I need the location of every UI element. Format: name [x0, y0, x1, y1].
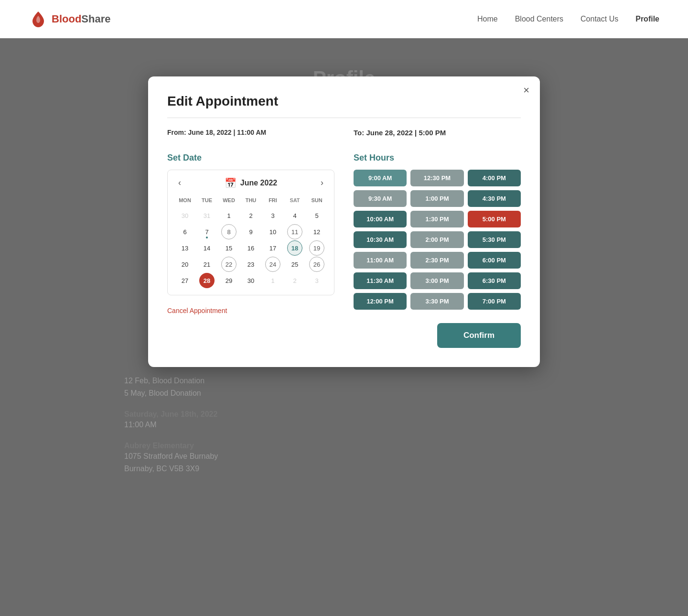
time-slot-1-30-PM[interactable]: 1:30 PM	[410, 211, 463, 227]
time-slot-9-30-AM[interactable]: 9:30 AM	[354, 190, 407, 207]
cal-day[interactable]: 1	[265, 273, 280, 288]
dow-fri: FRI	[262, 195, 283, 207]
cal-day[interactable]: 12	[309, 224, 324, 239]
cal-day[interactable]: 20	[177, 257, 193, 272]
cal-day[interactable]: 2	[243, 208, 258, 223]
dow-mon: MON	[174, 195, 195, 207]
cal-day[interactable]: 17	[265, 240, 280, 256]
nav-blood-centers[interactable]: Blood Centers	[515, 15, 563, 23]
right-column: Set Hours 9:00 AM12:30 PM4:00 PM9:30 AM1…	[354, 153, 521, 348]
time-slot-10-00-AM[interactable]: 10:00 AM	[354, 211, 407, 227]
cal-day[interactable]: 2	[287, 273, 302, 288]
nav-contact-us[interactable]: Contact Us	[580, 15, 618, 23]
cal-day-18-from[interactable]: 18	[287, 240, 302, 256]
time-slot-9-00-AM[interactable]: 9:00 AM	[354, 170, 407, 186]
next-month-button[interactable]: ›	[317, 177, 327, 189]
nav-profile[interactable]: Profile	[635, 15, 659, 23]
cal-day[interactable]: 24	[265, 257, 280, 272]
cal-day[interactable]: 3	[309, 273, 324, 288]
modal-close-button[interactable]: ×	[523, 85, 529, 96]
confirm-button[interactable]: Confirm	[437, 323, 521, 348]
calendar: ‹ 📅 June 2022 › MON TUE WED	[167, 170, 334, 295]
to-label: To: June 28, 2022 | 5:00 PM	[354, 129, 521, 137]
cal-day[interactable]: 21	[199, 257, 215, 272]
set-hours-heading: Set Hours	[354, 153, 521, 163]
from-label: From: June 18, 2022 | 11:00 AM	[167, 129, 334, 137]
time-slot-6-00-PM[interactable]: 6:00 PM	[468, 252, 521, 269]
month-title: 📅 June 2022	[225, 177, 277, 189]
time-slot-12-00-PM[interactable]: 12:00 PM	[354, 293, 407, 310]
cal-day[interactable]: 15	[221, 240, 236, 256]
cal-day-28-to[interactable]: 28	[199, 273, 215, 288]
time-slot-3-00-PM[interactable]: 3:00 PM	[410, 272, 463, 289]
cal-day[interactable]: 3	[265, 208, 280, 223]
time-slot-4-30-PM[interactable]: 4:30 PM	[468, 190, 521, 207]
time-slot-12-30-PM[interactable]: 12:30 PM	[410, 170, 463, 186]
dow-sun: SUN	[306, 195, 327, 207]
cal-day[interactable]: 9	[243, 224, 258, 239]
left-column: Set Date ‹ 📅 June 2022 ›	[167, 153, 334, 348]
cal-day[interactable]: 11	[287, 224, 302, 239]
dow-thu: THU	[240, 195, 261, 207]
time-slot-10-30-AM[interactable]: 10:30 AM	[354, 231, 407, 248]
cal-day[interactable]: 10	[265, 224, 280, 239]
time-slot-1-00-PM[interactable]: 1:00 PM	[410, 190, 463, 207]
logo: BloodShare	[29, 10, 110, 29]
cal-day[interactable]: 16	[243, 240, 258, 256]
cal-day[interactable]: 26	[309, 257, 324, 272]
time-grid: 9:00 AM12:30 PM4:00 PM9:30 AM1:00 PM4:30…	[354, 170, 521, 310]
cal-day[interactable]: 8	[221, 224, 236, 239]
cal-day[interactable]: 6	[177, 224, 193, 239]
cal-day[interactable]: 27	[177, 273, 193, 288]
dow-sat: SAT	[284, 195, 305, 207]
logo-text: BloodShare	[52, 13, 110, 25]
set-date-heading: Set Date	[167, 153, 334, 163]
cal-day[interactable]: 29	[221, 273, 236, 288]
logo-icon	[29, 10, 48, 29]
cal-day[interactable]: 7	[199, 224, 215, 239]
time-slot-2-00-PM[interactable]: 2:00 PM	[410, 231, 463, 248]
time-slot-4-00-PM[interactable]: 4:00 PM	[468, 170, 521, 186]
time-slot-11-30-AM[interactable]: 11:30 AM	[354, 272, 407, 289]
cal-day[interactable]: 1	[221, 208, 236, 223]
modal-divider	[167, 118, 521, 118]
cal-day[interactable]: 25	[287, 257, 302, 272]
time-slot-7-00-PM[interactable]: 7:00 PM	[468, 293, 521, 310]
modal-body: Set Date ‹ 📅 June 2022 ›	[167, 153, 521, 348]
cal-day[interactable]: 23	[243, 257, 258, 272]
calendar-icon: 📅	[225, 177, 236, 189]
dow-tue: TUE	[196, 195, 217, 207]
cal-day[interactable]: 30	[177, 208, 193, 223]
modal-title: Edit Appointment	[167, 94, 521, 109]
cal-day[interactable]: 14	[199, 240, 215, 256]
cal-day[interactable]: 4	[287, 208, 302, 223]
nav-links: Home Blood Centers Contact Us Profile	[477, 15, 659, 23]
time-slot-6-30-PM[interactable]: 6:30 PM	[468, 272, 521, 289]
cal-day[interactable]: 22	[221, 257, 236, 272]
time-slot-2-30-PM[interactable]: 2:30 PM	[410, 252, 463, 269]
cal-day[interactable]: 31	[199, 208, 215, 223]
dow-wed: WED	[218, 195, 239, 207]
navbar: BloodShare Home Blood Centers Contact Us…	[0, 0, 688, 38]
time-slot-5-30-PM[interactable]: 5:30 PM	[468, 231, 521, 248]
time-slot-11-00-AM[interactable]: 11:00 AM	[354, 252, 407, 269]
calendar-grid: MON TUE WED THU FRI SAT SUN 30 31 1 2	[174, 195, 327, 288]
time-slot-3-30-PM[interactable]: 3:30 PM	[410, 293, 463, 310]
prev-month-button[interactable]: ‹	[174, 177, 185, 189]
nav-home[interactable]: Home	[477, 15, 498, 23]
edit-appointment-modal: × Edit Appointment From: June 18, 2022 |…	[148, 76, 540, 367]
time-slot-5-00-PM[interactable]: 5:00 PM	[468, 211, 521, 227]
cancel-appointment-link[interactable]: Cancel Appointment	[167, 307, 227, 314]
cal-day[interactable]: 13	[177, 240, 193, 256]
cal-day[interactable]: 5	[309, 208, 324, 223]
calendar-header: ‹ 📅 June 2022 ›	[174, 177, 327, 189]
cal-day[interactable]: 30	[243, 273, 258, 288]
page-background: Profile × Edit Appointment From: June 18…	[0, 38, 688, 506]
modal-overlay: × Edit Appointment From: June 18, 2022 |…	[0, 38, 688, 506]
cal-day[interactable]: 19	[309, 240, 324, 256]
